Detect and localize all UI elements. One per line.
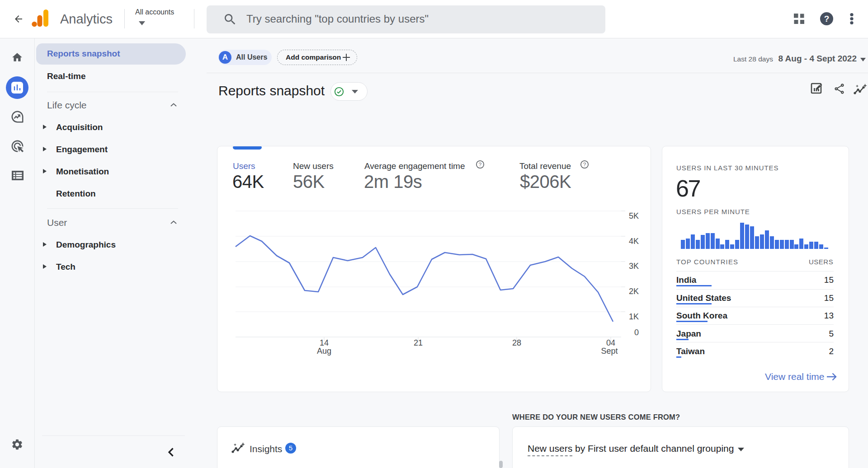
svg-text:3K: 3K	[629, 262, 639, 271]
svg-text:0: 0	[634, 328, 639, 337]
svg-text:4K: 4K	[629, 237, 639, 246]
svg-text:28: 28	[512, 338, 521, 347]
svg-text:21: 21	[414, 338, 423, 347]
svg-text:5K: 5K	[629, 211, 639, 220]
svg-text:Aug: Aug	[317, 346, 331, 356]
svg-text:04: 04	[606, 338, 615, 347]
svg-text:14: 14	[320, 338, 329, 347]
svg-text:1K: 1K	[629, 312, 639, 321]
svg-text:2K: 2K	[629, 287, 639, 296]
svg-text:Sept: Sept	[601, 346, 618, 356]
